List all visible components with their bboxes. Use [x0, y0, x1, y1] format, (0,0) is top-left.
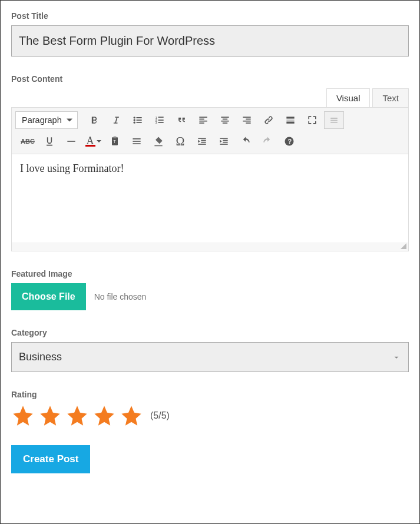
editor-body-text: I love using Forminator!: [20, 162, 124, 174]
svg-rect-22: [243, 121, 250, 122]
paste-text-icon[interactable]: T: [105, 132, 125, 150]
svg-rect-37: [198, 138, 206, 139]
editor-tabs: Visual Text: [11, 88, 409, 107]
svg-rect-30: [67, 141, 75, 142]
svg-text:?: ?: [288, 138, 292, 145]
format-select-label: Paragraph: [22, 115, 62, 125]
svg-rect-23: [246, 122, 250, 124]
rating-label: Rating: [11, 390, 409, 399]
numbered-list-icon[interactable]: 123: [150, 111, 170, 129]
category-label: Category: [11, 328, 409, 337]
svg-rect-25: [286, 120, 294, 121]
svg-text:3: 3: [155, 121, 157, 124]
read-more-icon[interactable]: [280, 111, 300, 129]
svg-rect-12: [199, 117, 207, 118]
remove-format-icon[interactable]: [148, 132, 168, 150]
post-title-label: Post Title: [11, 11, 409, 21]
svg-rect-29: [330, 122, 338, 123]
svg-rect-17: [223, 119, 227, 120]
rating-group: Rating (5/5): [11, 390, 409, 427]
rating-row: (5/5): [11, 404, 409, 427]
svg-rect-32: [114, 137, 117, 138]
blockquote-icon[interactable]: [171, 111, 191, 129]
svg-point-2: [133, 119, 135, 121]
svg-rect-14: [199, 121, 207, 122]
format-select[interactable]: Paragraph: [15, 111, 78, 129]
category-value: Business: [19, 351, 62, 363]
svg-rect-20: [243, 117, 250, 118]
svg-rect-27: [330, 118, 338, 120]
choose-file-button[interactable]: Choose File: [11, 283, 86, 310]
svg-rect-3: [136, 120, 141, 121]
svg-text:T: T: [114, 140, 116, 144]
svg-rect-26: [286, 122, 294, 124]
tab-text[interactable]: Text: [372, 88, 409, 107]
svg-rect-21: [246, 119, 250, 120]
svg-rect-42: [223, 140, 227, 141]
undo-icon[interactable]: [236, 132, 256, 150]
svg-rect-38: [201, 140, 206, 141]
svg-rect-35: [133, 141, 140, 142]
fullscreen-icon[interactable]: [302, 111, 322, 129]
file-row: Choose File No file chosen: [11, 283, 409, 310]
create-post-button[interactable]: Create Post: [11, 445, 90, 473]
category-select[interactable]: Business: [11, 342, 409, 372]
svg-point-0: [133, 117, 135, 118]
post-title-group: Post Title: [11, 11, 409, 57]
link-icon[interactable]: [259, 111, 279, 129]
post-title-input[interactable]: [11, 25, 409, 57]
redo-icon[interactable]: [257, 132, 277, 150]
svg-rect-7: [158, 117, 163, 118]
star-3-icon[interactable]: [65, 404, 89, 427]
svg-rect-41: [220, 138, 227, 139]
strikethrough-icon[interactable]: ABC: [18, 132, 38, 150]
svg-rect-11: [158, 122, 163, 123]
horizontal-rule-icon[interactable]: [61, 132, 81, 150]
svg-rect-34: [133, 138, 140, 140]
editor-resize-handle[interactable]: [12, 243, 408, 251]
indent-icon[interactable]: [214, 132, 234, 150]
clear-formatting-icon[interactable]: [127, 132, 147, 150]
align-center-icon[interactable]: [215, 111, 235, 129]
svg-rect-18: [221, 121, 229, 122]
editor-content[interactable]: I love using Forminator!: [12, 154, 408, 243]
svg-rect-16: [221, 117, 229, 118]
svg-rect-43: [223, 142, 227, 143]
text-color-icon[interactable]: A: [83, 132, 103, 150]
svg-rect-5: [136, 122, 141, 123]
align-right-icon[interactable]: [237, 111, 257, 129]
svg-rect-13: [199, 119, 204, 120]
outdent-icon[interactable]: [192, 132, 212, 150]
tab-visual[interactable]: Visual: [326, 88, 371, 107]
bullet-list-icon[interactable]: [128, 111, 148, 129]
svg-rect-15: [199, 122, 204, 124]
star-1-icon[interactable]: [11, 404, 35, 427]
star-2-icon[interactable]: [38, 404, 62, 427]
align-left-icon[interactable]: [193, 111, 213, 129]
svg-rect-40: [198, 144, 206, 145]
svg-rect-39: [201, 142, 206, 143]
chevron-down-icon: [392, 353, 401, 362]
editor-wrap: Paragraph 123 ABC A T Ω: [11, 107, 409, 251]
post-content-label: Post Content: [11, 74, 409, 84]
toolbar-toggle-icon[interactable]: [324, 111, 344, 129]
special-character-icon[interactable]: Ω: [170, 132, 190, 150]
bold-icon[interactable]: [84, 111, 104, 129]
featured-image-group: Featured Image Choose File No file chose…: [11, 269, 409, 310]
svg-rect-44: [220, 144, 227, 145]
help-icon[interactable]: ?: [279, 132, 299, 150]
svg-rect-36: [133, 143, 140, 144]
svg-point-4: [133, 122, 135, 124]
category-group: Category Business: [11, 328, 409, 372]
italic-icon[interactable]: [106, 111, 126, 129]
svg-rect-24: [286, 117, 294, 118]
svg-rect-19: [223, 122, 227, 124]
star-4-icon[interactable]: [92, 404, 116, 427]
editor-toolbar: Paragraph 123 ABC A T Ω: [12, 108, 408, 154]
underline-icon[interactable]: [39, 132, 59, 150]
post-content-group: Post Content Visual Text Paragraph 123 A…: [11, 74, 409, 251]
star-5-icon[interactable]: [120, 404, 143, 427]
rating-text: (5/5): [150, 410, 170, 421]
svg-rect-28: [330, 120, 338, 121]
svg-rect-9: [158, 120, 163, 121]
